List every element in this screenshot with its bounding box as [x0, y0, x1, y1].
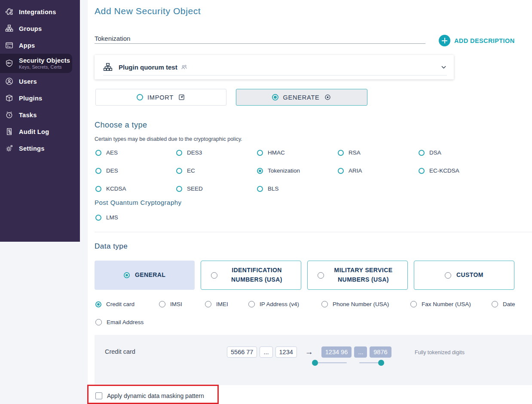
- org-chart-icon: [5, 24, 13, 33]
- data-option-label: Credit card: [106, 301, 135, 307]
- add-description-label: ADD DESCRIPTION: [454, 37, 515, 44]
- slider-thumb[interactable]: [312, 360, 318, 366]
- data-option-phone-number[interactable]: Phone Number (USA): [321, 301, 389, 307]
- data-type-heading: Data type: [95, 242, 128, 251]
- sidebar-item-label: Audit Log: [19, 128, 49, 135]
- data-option-label: Phone Number (USA): [333, 301, 389, 307]
- apps-icon: [5, 41, 13, 50]
- sidebar-item-integrations[interactable]: Integrations: [0, 3, 80, 20]
- sidebar-item-users[interactable]: Users: [0, 73, 80, 90]
- type-option-des[interactable]: DES: [95, 167, 118, 174]
- audit-log-icon: [5, 128, 13, 136]
- radio-icon: [318, 272, 324, 279]
- pqc-heading: Post Quantum Cryptography: [95, 199, 182, 206]
- choose-type-heading: Choose a type: [95, 121, 147, 130]
- group-selector[interactable]: Plugin quorum test: [95, 55, 454, 79]
- slider-thumb[interactable]: [378, 360, 384, 366]
- sidebar-item-label: Integrations: [19, 9, 56, 15]
- radio-icon: [95, 215, 101, 221]
- crypto-policy-note: Certain types may be disabled due to the…: [95, 136, 242, 142]
- source-token: 1234: [275, 346, 297, 358]
- radio-icon: [95, 168, 101, 174]
- radio-icon: [211, 272, 217, 279]
- import-radio[interactable]: [137, 94, 143, 100]
- type-option-bls[interactable]: BLS: [257, 185, 279, 192]
- sidebar-item-settings[interactable]: Settings: [0, 140, 80, 157]
- left-digits-slider[interactable]: [312, 360, 347, 366]
- radio-icon: [410, 301, 417, 307]
- type-option-label: SEED: [187, 185, 203, 192]
- right-digits-slider[interactable]: [359, 360, 384, 366]
- radio-icon: [176, 150, 182, 156]
- shield-key-icon: [5, 59, 13, 68]
- data-type-card-label: CUSTOM: [456, 270, 483, 280]
- data-type-card-label: GENERAL: [135, 270, 165, 280]
- page-title: Add New Security Object: [95, 6, 201, 16]
- radio-selected-icon: [95, 301, 101, 307]
- masked-token-ellipsis: ...: [354, 346, 367, 358]
- data-type-card-identification-numbers[interactable]: IDENTIFICATION NUMBERS (USA): [201, 261, 301, 290]
- data-option-label: IMSI: [170, 301, 182, 307]
- radio-selected-icon: [257, 168, 263, 174]
- type-option-aes[interactable]: AES: [95, 149, 118, 156]
- sidebar-item-audit-log[interactable]: Audit Log: [0, 123, 80, 140]
- data-option-ip-address[interactable]: IP Address (v4): [248, 301, 299, 307]
- masked-token: 1234 96: [321, 346, 352, 358]
- data-type-card-general[interactable]: GENERAL: [95, 261, 195, 290]
- data-option-imsi[interactable]: IMSI: [159, 301, 182, 307]
- sidebar-item-groups[interactable]: Groups: [0, 20, 80, 37]
- preview-caption: Fully tokenized digits: [415, 349, 465, 355]
- generate-radio[interactable]: [272, 94, 278, 100]
- radio-selected-icon: [124, 272, 130, 278]
- sidebar-item-apps[interactable]: Apps: [0, 37, 80, 54]
- plus-icon: [439, 35, 450, 46]
- puzzle-icon: [5, 8, 13, 16]
- data-option-email-address[interactable]: Email Address: [95, 319, 144, 325]
- generate-toggle-button[interactable]: GENERATE: [236, 89, 367, 106]
- security-object-name-input[interactable]: [95, 33, 425, 44]
- type-option-label: EC-KCDSA: [429, 167, 459, 174]
- sidebar-item-tasks[interactable]: Tasks: [0, 106, 80, 123]
- sidebar-item-sublabel: Keys, Secrets, Certs: [19, 64, 70, 70]
- plugin-box-icon: [5, 94, 13, 103]
- data-type-card-label: IDENTIFICATION NUMBERS (USA): [223, 266, 291, 284]
- radio-icon: [445, 272, 451, 279]
- type-option-label: HMAC: [268, 149, 285, 156]
- dynamic-masking-row[interactable]: Apply dynamic data masking pattern: [95, 392, 204, 399]
- data-option-imei[interactable]: IMEI: [205, 301, 228, 307]
- type-option-rsa[interactable]: RSA: [338, 149, 361, 156]
- type-option-tokenization[interactable]: Tokenization: [257, 167, 300, 174]
- type-option-ec-kcdsa[interactable]: EC-KCDSA: [419, 167, 459, 174]
- import-icon: [178, 94, 185, 101]
- data-option-fax-number[interactable]: Fax Number (USA): [410, 301, 471, 307]
- data-type-card-military-service-numbers[interactable]: MILITARY SERVICE NUMBERS (USA): [307, 261, 408, 290]
- type-option-ec[interactable]: EC: [176, 167, 195, 174]
- data-type-card-custom[interactable]: CUSTOM: [414, 261, 514, 290]
- sidebar-item-security-objects[interactable]: Security Objects Keys, Secrets, Certs: [0, 54, 72, 73]
- import-label: IMPORT: [147, 94, 174, 101]
- data-option-credit-card[interactable]: Credit card: [95, 301, 135, 307]
- type-option-dsa[interactable]: DSA: [419, 149, 441, 156]
- add-description-button[interactable]: ADD DESCRIPTION: [439, 35, 515, 46]
- data-option-label: IP Address (v4): [260, 301, 299, 307]
- type-option-lms[interactable]: LMS: [95, 214, 118, 221]
- type-option-aria[interactable]: ARIA: [338, 167, 362, 174]
- dynamic-masking-checkbox[interactable]: [95, 392, 102, 399]
- sidebar-item-label: Groups: [19, 25, 42, 32]
- radio-icon: [338, 168, 344, 174]
- radio-icon: [205, 301, 211, 307]
- source-token-ellipsis: ...: [260, 346, 272, 358]
- type-option-seed[interactable]: SEED: [176, 185, 203, 192]
- sidebar-item-label: Plugins: [19, 95, 42, 102]
- type-option-hmac[interactable]: HMAC: [257, 149, 285, 156]
- sidebar-item-label: Users: [19, 78, 37, 85]
- radio-icon: [248, 301, 255, 307]
- sidebar-item-plugins[interactable]: Plugins: [0, 90, 80, 106]
- data-option-date[interactable]: Date: [492, 301, 515, 307]
- type-option-label: DES3: [187, 149, 202, 156]
- import-toggle-button[interactable]: IMPORT: [95, 89, 226, 106]
- type-option-des3[interactable]: DES3: [176, 149, 202, 156]
- generate-icon: [324, 94, 331, 101]
- type-option-kcdsa[interactable]: KCDSA: [95, 185, 126, 192]
- chevron-down-icon[interactable]: [440, 64, 447, 70]
